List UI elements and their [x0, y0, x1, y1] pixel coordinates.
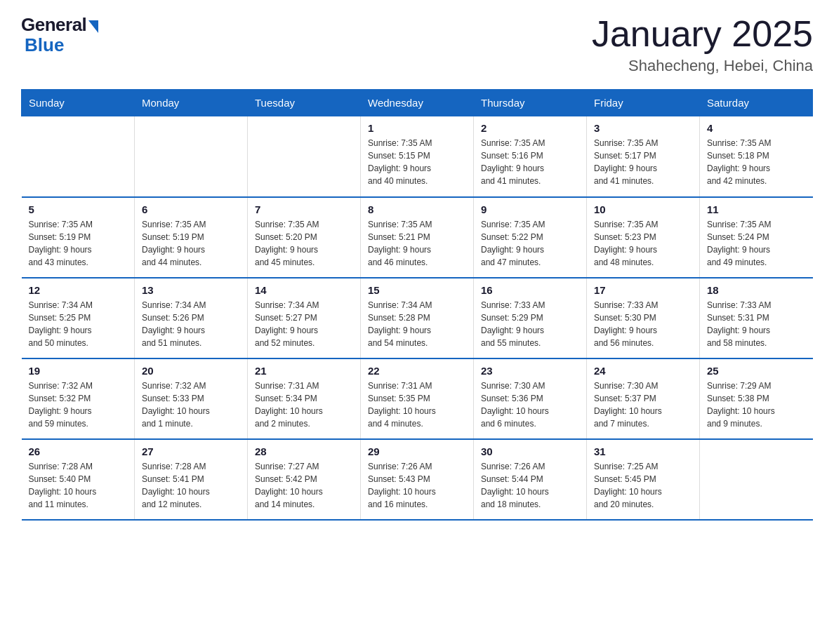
day-number: 31	[594, 445, 692, 457]
day-info: Sunrise: 7:33 AM Sunset: 5:29 PM Dayligh…	[481, 299, 579, 349]
day-number: 12	[29, 284, 128, 296]
day-number: 13	[142, 284, 240, 296]
weekday-header-saturday: Saturday	[700, 90, 813, 116]
day-number: 2	[481, 122, 579, 134]
calendar-cell: 11Sunrise: 7:35 AM Sunset: 5:24 PM Dayli…	[700, 197, 813, 278]
day-info: Sunrise: 7:35 AM Sunset: 5:20 PM Dayligh…	[255, 218, 353, 269]
day-number: 10	[594, 203, 692, 215]
calendar-cell: 25Sunrise: 7:29 AM Sunset: 5:38 PM Dayli…	[700, 358, 813, 439]
calendar-cell: 23Sunrise: 7:30 AM Sunset: 5:36 PM Dayli…	[474, 358, 587, 439]
calendar-cell: 12Sunrise: 7:34 AM Sunset: 5:25 PM Dayli…	[22, 278, 135, 358]
day-info: Sunrise: 7:26 AM Sunset: 5:43 PM Dayligh…	[368, 460, 466, 511]
day-info: Sunrise: 7:34 AM Sunset: 5:28 PM Dayligh…	[368, 299, 466, 349]
calendar-cell	[700, 439, 813, 520]
calendar-cell: 14Sunrise: 7:34 AM Sunset: 5:27 PM Dayli…	[248, 278, 361, 358]
weekday-header-monday: Monday	[135, 90, 248, 116]
calendar-table: SundayMondayTuesdayWednesdayThursdayFrid…	[21, 89, 813, 521]
day-info: Sunrise: 7:35 AM Sunset: 5:16 PM Dayligh…	[481, 137, 579, 187]
calendar-week-row: 19Sunrise: 7:32 AM Sunset: 5:32 PM Dayli…	[22, 358, 813, 439]
calendar-cell: 6Sunrise: 7:35 AM Sunset: 5:19 PM Daylig…	[135, 197, 248, 278]
calendar-cell: 28Sunrise: 7:27 AM Sunset: 5:42 PM Dayli…	[248, 439, 361, 520]
weekday-header-tuesday: Tuesday	[248, 90, 361, 116]
calendar-cell: 4Sunrise: 7:35 AM Sunset: 5:18 PM Daylig…	[700, 116, 813, 197]
day-info: Sunrise: 7:34 AM Sunset: 5:25 PM Dayligh…	[29, 299, 128, 349]
day-info: Sunrise: 7:27 AM Sunset: 5:42 PM Dayligh…	[255, 460, 353, 511]
calendar-cell	[135, 116, 248, 197]
calendar-cell: 2Sunrise: 7:35 AM Sunset: 5:16 PM Daylig…	[474, 116, 587, 197]
day-info: Sunrise: 7:30 AM Sunset: 5:37 PM Dayligh…	[594, 380, 692, 430]
day-info: Sunrise: 7:31 AM Sunset: 5:35 PM Dayligh…	[368, 380, 466, 430]
weekday-header-thursday: Thursday	[474, 90, 587, 116]
day-number: 20	[142, 365, 240, 377]
calendar-week-row: 1Sunrise: 7:35 AM Sunset: 5:15 PM Daylig…	[22, 116, 813, 197]
calendar-cell: 18Sunrise: 7:33 AM Sunset: 5:31 PM Dayli…	[700, 278, 813, 358]
day-info: Sunrise: 7:28 AM Sunset: 5:41 PM Dayligh…	[142, 460, 240, 511]
calendar-week-row: 5Sunrise: 7:35 AM Sunset: 5:19 PM Daylig…	[22, 197, 813, 278]
day-number: 26	[29, 445, 128, 457]
day-info: Sunrise: 7:26 AM Sunset: 5:44 PM Dayligh…	[481, 460, 579, 511]
calendar-cell: 20Sunrise: 7:32 AM Sunset: 5:33 PM Dayli…	[135, 358, 248, 439]
calendar-cell: 13Sunrise: 7:34 AM Sunset: 5:26 PM Dayli…	[135, 278, 248, 358]
calendar-cell: 29Sunrise: 7:26 AM Sunset: 5:43 PM Dayli…	[361, 439, 474, 520]
calendar-cell: 19Sunrise: 7:32 AM Sunset: 5:32 PM Dayli…	[22, 358, 135, 439]
calendar-cell: 15Sunrise: 7:34 AM Sunset: 5:28 PM Dayli…	[361, 278, 474, 358]
weekday-header-wednesday: Wednesday	[361, 90, 474, 116]
day-number: 29	[368, 445, 466, 457]
weekday-header-friday: Friday	[587, 90, 700, 116]
day-info: Sunrise: 7:35 AM Sunset: 5:23 PM Dayligh…	[594, 218, 692, 269]
calendar-cell: 27Sunrise: 7:28 AM Sunset: 5:41 PM Dayli…	[135, 439, 248, 520]
day-info: Sunrise: 7:32 AM Sunset: 5:33 PM Dayligh…	[142, 380, 240, 430]
logo: General Blue	[21, 14, 98, 56]
day-info: Sunrise: 7:34 AM Sunset: 5:26 PM Dayligh…	[142, 299, 240, 349]
calendar-cell: 17Sunrise: 7:33 AM Sunset: 5:30 PM Dayli…	[587, 278, 700, 358]
day-info: Sunrise: 7:35 AM Sunset: 5:15 PM Dayligh…	[368, 137, 466, 187]
day-number: 8	[368, 203, 466, 215]
day-number: 9	[481, 203, 579, 215]
page-header: General Blue January 2025 Shahecheng, He…	[21, 14, 813, 75]
month-title: January 2025	[592, 14, 813, 54]
day-number: 3	[594, 122, 692, 134]
calendar-cell: 31Sunrise: 7:25 AM Sunset: 5:45 PM Dayli…	[587, 439, 700, 520]
day-info: Sunrise: 7:35 AM Sunset: 5:19 PM Dayligh…	[142, 218, 240, 269]
calendar-week-row: 12Sunrise: 7:34 AM Sunset: 5:25 PM Dayli…	[22, 278, 813, 358]
day-number: 28	[255, 445, 353, 457]
calendar-cell: 9Sunrise: 7:35 AM Sunset: 5:22 PM Daylig…	[474, 197, 587, 278]
day-number: 17	[594, 284, 692, 296]
day-info: Sunrise: 7:28 AM Sunset: 5:40 PM Dayligh…	[29, 460, 128, 511]
day-number: 21	[255, 365, 353, 377]
day-number: 15	[368, 284, 466, 296]
day-number: 6	[142, 203, 240, 215]
day-number: 11	[707, 203, 806, 215]
day-info: Sunrise: 7:35 AM Sunset: 5:21 PM Dayligh…	[368, 218, 466, 269]
calendar-cell: 7Sunrise: 7:35 AM Sunset: 5:20 PM Daylig…	[248, 197, 361, 278]
day-number: 18	[707, 284, 806, 296]
day-info: Sunrise: 7:31 AM Sunset: 5:34 PM Dayligh…	[255, 380, 353, 430]
day-info: Sunrise: 7:25 AM Sunset: 5:45 PM Dayligh…	[594, 460, 692, 511]
logo-triangle-icon	[88, 20, 98, 33]
day-number: 23	[481, 365, 579, 377]
day-number: 24	[594, 365, 692, 377]
calendar-cell: 8Sunrise: 7:35 AM Sunset: 5:21 PM Daylig…	[361, 197, 474, 278]
day-info: Sunrise: 7:32 AM Sunset: 5:32 PM Dayligh…	[29, 380, 128, 430]
calendar-cell: 16Sunrise: 7:33 AM Sunset: 5:29 PM Dayli…	[474, 278, 587, 358]
day-info: Sunrise: 7:30 AM Sunset: 5:36 PM Dayligh…	[481, 380, 579, 430]
day-number: 16	[481, 284, 579, 296]
day-info: Sunrise: 7:33 AM Sunset: 5:30 PM Dayligh…	[594, 299, 692, 349]
day-info: Sunrise: 7:35 AM Sunset: 5:24 PM Dayligh…	[707, 218, 806, 269]
calendar-week-row: 26Sunrise: 7:28 AM Sunset: 5:40 PM Dayli…	[22, 439, 813, 520]
logo-general-text: General	[21, 14, 86, 36]
calendar-cell	[248, 116, 361, 197]
calendar-cell	[22, 116, 135, 197]
logo-blue-text: Blue	[25, 34, 64, 56]
day-number: 1	[368, 122, 466, 134]
weekday-header-sunday: Sunday	[22, 90, 135, 116]
day-info: Sunrise: 7:33 AM Sunset: 5:31 PM Dayligh…	[707, 299, 806, 349]
day-info: Sunrise: 7:35 AM Sunset: 5:18 PM Dayligh…	[707, 137, 806, 187]
day-number: 27	[142, 445, 240, 457]
day-info: Sunrise: 7:35 AM Sunset: 5:22 PM Dayligh…	[481, 218, 579, 269]
weekday-header-row: SundayMondayTuesdayWednesdayThursdayFrid…	[22, 90, 813, 116]
day-number: 22	[368, 365, 466, 377]
day-info: Sunrise: 7:35 AM Sunset: 5:19 PM Dayligh…	[29, 218, 128, 269]
day-info: Sunrise: 7:34 AM Sunset: 5:27 PM Dayligh…	[255, 299, 353, 349]
day-number: 5	[29, 203, 128, 215]
